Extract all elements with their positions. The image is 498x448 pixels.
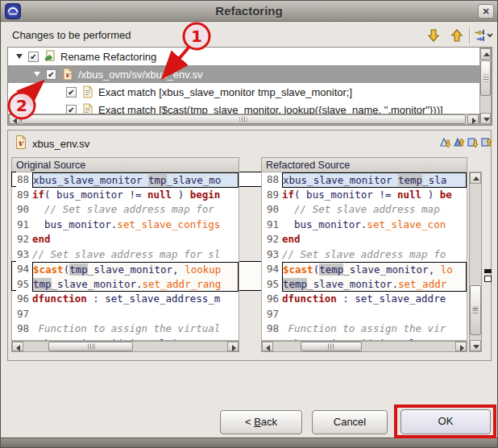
- original-source-header: Original Source: [11, 157, 239, 172]
- code-line: 90 // Set slave address map: [262, 202, 467, 218]
- code-line: 97: [262, 307, 467, 322]
- title-bar: Refactoring ✕: [1, 1, 497, 22]
- window-title: Refactoring: [1, 4, 497, 18]
- right-pane-vertical-scrollbar[interactable]: [469, 172, 482, 352]
- tree-rows: ✔ Rename Refactoring ✔ v /xbus_ovm/sv/xb…: [8, 48, 479, 114]
- checkbox-exact-match-2[interactable]: ✔: [66, 105, 77, 114]
- tree-row-label: Exact match [$cast(tmp_slave_monitor, lo…: [98, 104, 443, 114]
- toolbar-separator: [469, 27, 471, 44]
- tree-row-label: Exact match [xbus_slave_monitor tmp_slav…: [98, 86, 352, 98]
- window-bottom-edge: [1, 438, 497, 448]
- next-difference-icon[interactable]: [439, 135, 452, 149]
- diff-bracket-line88: [11, 172, 16, 187]
- tree-row-exact-match-1[interactable]: ✔ Exact match [xbus_slave_monitor tmp_sl…: [8, 83, 479, 101]
- tree-vertical-scrollbar[interactable]: [479, 48, 492, 125]
- cancel-button[interactable]: Cancel: [312, 410, 388, 434]
- code-line: 89if( bus_monitor != null ) be: [262, 188, 467, 203]
- code-line: 94$cast(temp_slave_monitor, lo: [262, 262, 467, 277]
- code-line: 98 Function to assign the vir: [262, 321, 467, 337]
- checkbox-rename-refactoring[interactable]: ✔: [28, 52, 39, 62]
- left-pane-horizontal-scrollbar[interactable]: [11, 341, 239, 352]
- compare-file-name: xbus_env.sv: [32, 138, 89, 150]
- text-change-icon: [81, 103, 94, 114]
- right-pane-horizontal-scrollbar[interactable]: [261, 341, 467, 352]
- code-line: 93// Set slave address map fo: [262, 247, 467, 263]
- tree-row-exact-match-2[interactable]: ✔ Exact match [$cast(tmp_slave_monitor, …: [8, 101, 479, 114]
- tree-row-label: Rename Refactoring: [60, 51, 156, 63]
- diff-connector-lines94-95: [239, 261, 261, 291]
- diff-bracket-lines94-95: [11, 261, 16, 291]
- tree-horizontal-scrollbar[interactable]: [8, 114, 479, 125]
- next-change-icon[interactable]: [467, 135, 479, 149]
- sv-file-icon: v: [15, 135, 27, 149]
- refactored-source-header: Refactored Source: [261, 157, 467, 172]
- code-line: 91 bus_monitor.set_slave_configs: [12, 218, 239, 233]
- sv-file-icon: v: [61, 68, 74, 81]
- code-line: 92end: [262, 232, 467, 247]
- original-source-pane[interactable]: 88xbus_slave_monitor tmp_slave_mo89if( b…: [11, 172, 239, 341]
- code-line: 92end: [12, 232, 239, 247]
- move-down-icon[interactable]: [425, 27, 442, 44]
- code-line: 88xbus_slave_monitor tmp_slave_mo: [12, 172, 239, 188]
- previous-difference-icon[interactable]: [453, 135, 466, 149]
- changes-tree: ✔ Rename Refactoring ✔ v /xbus_ovm/sv/xb…: [7, 47, 492, 126]
- refactored-source-pane[interactable]: 88xbus_slave_monitor temp_sla89if( bus_m…: [261, 172, 467, 341]
- code-line: 95tmp_slave_monitor.set_addr_rang: [12, 277, 239, 292]
- code-line: 91 bus_monitor.set_slave_con: [262, 218, 467, 233]
- checkbox-xbus-env-file[interactable]: ✔: [46, 69, 56, 80]
- diff-overview-mark[interactable]: [484, 269, 492, 273]
- code-line: 90 // Set slave address map for: [12, 202, 239, 218]
- ok-button[interactable]: OK: [400, 409, 491, 434]
- annotation-circle-1: [184, 23, 210, 49]
- code-line: 88xbus_slave_monitor temp_sla: [262, 172, 467, 188]
- diff-overview-mark[interactable]: [484, 276, 492, 282]
- refactoring-dialog: Refactoring ✕ Changes to be performed ✔ …: [0, 0, 498, 448]
- code-line: 89if( bus_monitor != null ) begin: [12, 188, 239, 203]
- code-line: 98 Function to assign the virtual: [12, 321, 239, 337]
- tree-row-rename-refactoring[interactable]: ✔ Rename Refactoring: [8, 48, 479, 65]
- refactoring-change-icon: [44, 50, 56, 63]
- move-up-icon[interactable]: [449, 27, 465, 44]
- compare-viewer: v xbus_env.sv Original Source Refactored…: [7, 130, 492, 361]
- back-button[interactable]: < Back: [220, 410, 302, 434]
- annotation-step-1: 1: [191, 27, 202, 46]
- previous-change-icon[interactable]: [480, 135, 493, 149]
- checkbox-exact-match-1[interactable]: ✔: [66, 87, 77, 97]
- code-line: 93// Set slave address map for sl: [12, 247, 239, 263]
- code-line: 95temp_slave_monitor.set_addr: [262, 277, 467, 292]
- changes-header-label: Changes to be performed: [12, 29, 131, 41]
- code-line: 97: [12, 307, 239, 322]
- expand-twistie-icon[interactable]: [16, 54, 23, 59]
- text-change-icon: [81, 85, 94, 98]
- code-line: 94$cast(tmp_slave_monitor, lookup: [12, 262, 239, 277]
- expand-twistie-icon[interactable]: [34, 72, 40, 77]
- filter-changes-icon[interactable]: [473, 27, 494, 44]
- code-line: 96dfunction : set_slave_address_m: [12, 292, 239, 307]
- tree-row-xbus-env-file[interactable]: ✔ v /xbus_ovm/sv/xbus_env.sv: [8, 65, 479, 83]
- tree-row-label: /xbus_ovm/sv/xbus_env.sv: [78, 68, 202, 81]
- close-icon[interactable]: ✕: [478, 4, 494, 19]
- code-line: 96dfunction : set_slave_addre: [262, 292, 467, 307]
- diff-connector-line88: [239, 172, 261, 187]
